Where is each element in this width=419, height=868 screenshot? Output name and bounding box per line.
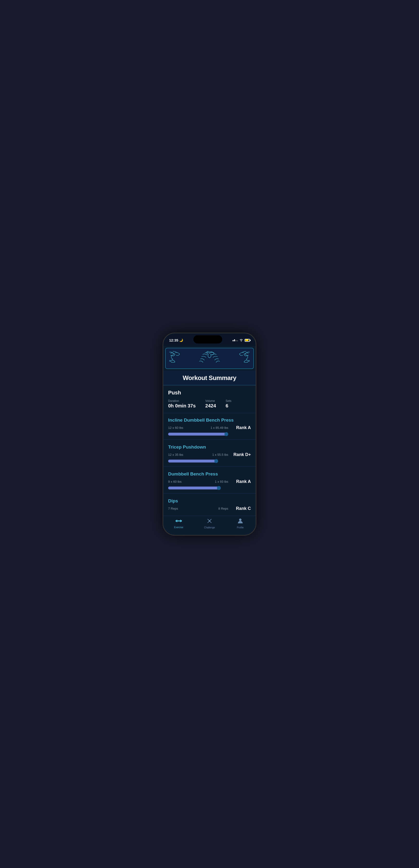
workout-title-bar: Workout Summary bbox=[163, 371, 256, 385]
dumbbell-icon bbox=[176, 518, 182, 525]
exercise-info-row: 7 Reps 8 Reps Rank C bbox=[168, 506, 251, 511]
exercise-max: 1 x 85.49 lbs bbox=[210, 426, 228, 430]
battery-icon bbox=[245, 339, 250, 342]
time-display: 12:35 bbox=[169, 338, 178, 342]
exercise-sets: 7 Reps bbox=[168, 507, 218, 510]
rank-badge: Rank A bbox=[232, 479, 251, 484]
exercise-info-row: 12 x 35 lbs 1 x 55.5 lbs Rank D+ bbox=[168, 452, 251, 457]
exercise-max: 1 x 55.5 lbs bbox=[212, 453, 229, 457]
ornament-svg bbox=[168, 351, 251, 365]
phone-frame: 12:35 🌙 bbox=[162, 333, 257, 536]
ornament-header bbox=[165, 348, 254, 369]
exercise-max: 1 x 93 lbs bbox=[215, 480, 228, 484]
nav-item-challenge[interactable]: Challenge bbox=[194, 518, 225, 529]
progress-bar bbox=[168, 487, 251, 490]
exercise-info-row: 12 x 60 lbs 1 x 85.49 lbs Rank A bbox=[168, 425, 251, 430]
exercise-card[interactable]: Tricep Pushdown 12 x 35 lbs 1 x 55.5 lbs… bbox=[163, 440, 256, 467]
sets-stat: Sets 6 bbox=[226, 399, 231, 409]
progress-dot bbox=[225, 432, 228, 436]
moon-icon: 🌙 bbox=[179, 338, 183, 342]
progress-dot bbox=[217, 486, 221, 490]
svg-rect-0 bbox=[176, 520, 177, 522]
workout-overview: Push Duration 0h 0min 37s Volume 2424 Se… bbox=[163, 385, 256, 413]
bottom-nav: Exercise Challenge Profile bbox=[163, 516, 256, 535]
profile-icon bbox=[238, 518, 243, 525]
duration-label: Duration bbox=[168, 399, 196, 403]
progress-dot bbox=[214, 459, 218, 463]
wifi-icon bbox=[239, 338, 243, 342]
duration-stat: Duration 0h 0min 37s bbox=[168, 399, 196, 409]
progress-bar bbox=[168, 460, 251, 463]
nav-item-profile[interactable]: Profile bbox=[225, 518, 256, 529]
volume-stat: Volume 2424 bbox=[205, 399, 216, 409]
challenge-icon bbox=[207, 518, 212, 525]
exercise-name: Tricep Pushdown bbox=[168, 444, 251, 450]
exercise-max: 8 Reps bbox=[218, 507, 228, 510]
status-left: 12:35 🌙 bbox=[169, 338, 183, 342]
svg-point-8 bbox=[239, 519, 241, 521]
status-right bbox=[233, 338, 250, 342]
volume-label: Volume bbox=[205, 399, 216, 403]
svg-rect-1 bbox=[177, 520, 177, 522]
status-bar: 12:35 🌙 bbox=[163, 333, 256, 346]
duration-value: 0h 0min 37s bbox=[168, 403, 196, 409]
svg-point-7 bbox=[209, 520, 210, 522]
screen-content[interactable]: Workout Summary Push Duration 0h 0min 37… bbox=[163, 346, 256, 528]
exercise-name: Dips bbox=[168, 498, 251, 504]
rank-badge: Rank C bbox=[232, 506, 251, 511]
exercise-card[interactable]: Dumbbell Bench Press 9 x 60 lbs 1 x 93 l… bbox=[163, 467, 256, 494]
sets-label: Sets bbox=[226, 399, 231, 403]
workout-title: Workout Summary bbox=[168, 374, 251, 382]
exercises-container: Incline Dumbbell Bench Press 12 x 60 lbs… bbox=[163, 413, 256, 518]
exercise-name: Incline Dumbbell Bench Press bbox=[168, 417, 251, 423]
workout-name: Push bbox=[168, 390, 251, 396]
exercise-name: Dumbbell Bench Press bbox=[168, 471, 251, 477]
progress-fill bbox=[168, 487, 220, 490]
exercise-sets: 12 x 35 lbs bbox=[168, 453, 212, 457]
progress-fill bbox=[168, 460, 218, 463]
svg-rect-4 bbox=[181, 520, 182, 522]
signal-bars-icon bbox=[233, 339, 238, 341]
volume-value: 2424 bbox=[205, 403, 216, 409]
exercise-card[interactable]: Incline Dumbbell Bench Press 12 x 60 lbs… bbox=[163, 413, 256, 440]
exercise-info-row: 9 x 60 lbs 1 x 93 lbs Rank A bbox=[168, 479, 251, 484]
profile-nav-label: Profile bbox=[237, 526, 244, 529]
exercise-card[interactable]: Dips 7 Reps 8 Reps Rank C bbox=[163, 494, 256, 518]
sets-value: 6 bbox=[226, 403, 231, 409]
progress-fill bbox=[168, 433, 228, 436]
svg-rect-3 bbox=[180, 520, 181, 522]
exercise-nav-label: Exercise bbox=[174, 526, 183, 529]
dynamic-island bbox=[193, 335, 222, 343]
nav-item-exercise[interactable]: Exercise bbox=[163, 518, 194, 529]
rank-badge: Rank D+ bbox=[232, 452, 251, 457]
exercise-sets: 9 x 60 lbs bbox=[168, 480, 215, 484]
stats-row: Duration 0h 0min 37s Volume 2424 Sets 6 bbox=[168, 399, 251, 409]
progress-bar bbox=[168, 433, 251, 436]
challenge-nav-label: Challenge bbox=[204, 526, 215, 529]
rank-badge: Rank A bbox=[232, 425, 251, 430]
exercise-sets: 12 x 60 lbs bbox=[168, 426, 210, 430]
svg-rect-2 bbox=[177, 521, 180, 521]
